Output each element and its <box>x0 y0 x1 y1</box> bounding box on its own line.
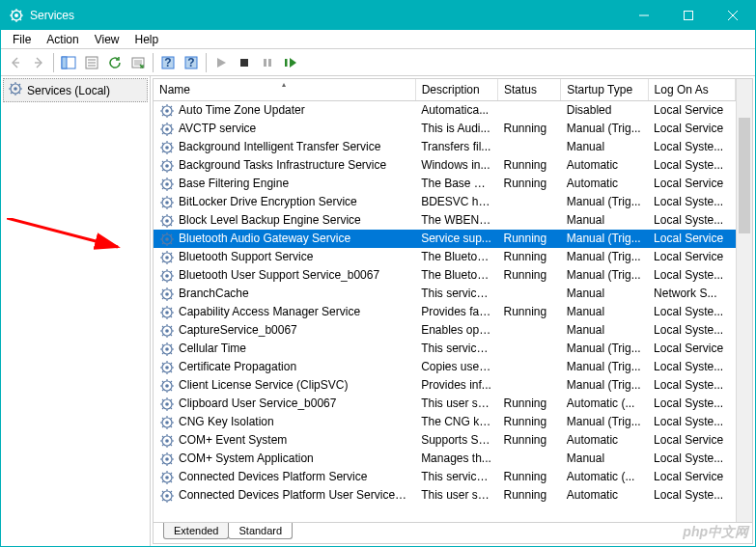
column-header-description[interactable]: Description <box>415 79 497 101</box>
tab-standard[interactable]: Standard <box>228 523 293 539</box>
stop-service-button[interactable] <box>234 52 255 73</box>
menu-file[interactable]: File <box>5 31 39 48</box>
svg-text:?: ? <box>164 56 171 69</box>
watermark: php中文网 <box>683 524 748 541</box>
minimize-button[interactable] <box>622 1 666 30</box>
column-header-startup[interactable]: Startup Type <box>561 79 648 101</box>
service-row[interactable]: Clipboard User Service_b0067This user se… <box>154 395 736 413</box>
tree-pane[interactable]: Services (Local) <box>1 76 151 546</box>
service-startup: Automatic <box>561 486 648 505</box>
svg-point-41 <box>165 256 169 260</box>
service-row[interactable]: BranchCacheThis service ...ManualNetwork… <box>154 285 736 303</box>
service-row[interactable]: CaptureService_b0067Enables opti...Manua… <box>154 321 736 340</box>
service-startup: Automatic <box>561 175 648 193</box>
service-row[interactable]: Base Filtering EngineThe Base Fil...Runn… <box>154 175 736 193</box>
gear-icon <box>159 177 175 192</box>
service-startup: Manual (Trig... <box>561 230 648 248</box>
service-logon: Local Syste... <box>648 413 735 431</box>
service-status <box>497 101 560 121</box>
column-header-status[interactable]: Status <box>497 79 560 101</box>
maximize-button[interactable] <box>666 1 711 30</box>
service-startup: Manual (Trig... <box>561 120 648 138</box>
gear-icon <box>159 305 175 320</box>
service-startup: Manual <box>561 285 648 303</box>
scrollbar-thumb[interactable] <box>739 118 750 233</box>
refresh-button[interactable] <box>104 52 126 73</box>
svg-text:?: ? <box>187 56 194 69</box>
service-row[interactable]: Cellular TimeThis service ...Manual (Tri… <box>154 340 736 358</box>
service-name: Bluetooth User Support Service_b0067 <box>179 268 379 282</box>
service-status <box>497 321 560 340</box>
service-row[interactable]: Background Tasks Infrastructure ServiceW… <box>154 156 736 175</box>
service-logon: Local Service <box>648 230 735 248</box>
svg-point-59 <box>165 421 169 424</box>
pause-service-button[interactable] <box>257 52 278 73</box>
service-logon: Local Syste... <box>648 376 735 395</box>
service-startup: Manual (Trig... <box>561 248 648 266</box>
svg-point-27 <box>165 127 169 131</box>
services-grid[interactable]: ▴Name Description Status Startup Type Lo… <box>154 79 736 522</box>
sort-asc-icon: ▴ <box>282 80 286 89</box>
service-row[interactable]: Block Level Backup Engine ServiceThe WBE… <box>154 211 736 230</box>
service-name: Block Level Backup Engine Service <box>179 213 361 227</box>
properties-button[interactable] <box>81 52 102 73</box>
tree-item-label: Services (Local) <box>27 84 110 97</box>
service-row[interactable]: Connected Devices Platform User Service_… <box>154 486 736 505</box>
service-row[interactable]: COM+ Event SystemSupports Sy...RunningAu… <box>154 431 736 450</box>
service-description: This user ser... <box>415 395 497 413</box>
service-row[interactable]: Certificate PropagationCopies user ...Ma… <box>154 358 736 376</box>
forward-button[interactable] <box>28 52 49 73</box>
show-hide-tree-button[interactable] <box>58 52 79 73</box>
svg-rect-8 <box>62 57 67 68</box>
svg-point-57 <box>165 402 169 406</box>
service-row[interactable]: Client License Service (ClipSVC)Provides… <box>154 376 736 395</box>
service-startup: Manual (Trig... <box>561 266 648 285</box>
service-row[interactable]: Connected Devices Platform ServiceThis s… <box>154 468 736 486</box>
back-button[interactable] <box>5 52 26 73</box>
service-startup: Manual (Trig... <box>561 358 648 376</box>
service-status: Running <box>497 395 560 413</box>
service-row[interactable]: Bluetooth Support ServiceThe Bluetoo...R… <box>154 248 736 266</box>
service-row[interactable]: Bluetooth User Support Service_b0067The … <box>154 266 736 285</box>
gear-icon <box>159 103 175 119</box>
service-row[interactable]: Bluetooth Audio Gateway ServiceService s… <box>154 230 736 248</box>
restart-service-button[interactable] <box>280 52 301 73</box>
service-row[interactable]: CNG Key IsolationThe CNG ke...RunningMan… <box>154 413 736 431</box>
service-logon: Local Service <box>648 248 735 266</box>
close-button[interactable] <box>711 1 755 30</box>
menu-action[interactable]: Action <box>39 31 86 48</box>
service-row[interactable]: AVCTP serviceThis is Audi...RunningManua… <box>154 120 736 138</box>
tree-item-services-local[interactable]: Services (Local) <box>3 78 148 102</box>
service-name: Clipboard User Service_b0067 <box>179 397 336 410</box>
toolbar: ? ? <box>1 49 755 76</box>
service-row[interactable]: Capability Access Manager ServiceProvide… <box>154 303 736 321</box>
service-logon: Network S... <box>648 285 735 303</box>
gear-icon <box>159 213 175 229</box>
gear-icon <box>159 250 175 265</box>
service-row[interactable]: BitLocker Drive Encryption ServiceBDESVC… <box>154 193 736 211</box>
tab-extended[interactable]: Extended <box>163 523 229 539</box>
service-name: Auto Time Zone Updater <box>179 103 305 117</box>
service-description: This is Audi... <box>415 120 497 138</box>
titlebar[interactable]: Services <box>1 1 755 30</box>
service-row[interactable]: Background Intelligent Transfer ServiceT… <box>154 138 736 156</box>
service-status: Running <box>497 431 560 450</box>
help-button[interactable]: ? <box>157 52 179 73</box>
service-name: CaptureService_b0067 <box>179 323 297 337</box>
menu-help[interactable]: Help <box>127 31 167 48</box>
menu-view[interactable]: View <box>87 31 127 48</box>
service-name: Certificate Propagation <box>179 360 296 373</box>
vertical-scrollbar[interactable] <box>736 79 752 522</box>
column-header-logon[interactable]: Log On As <box>648 79 735 101</box>
service-logon: Local Service <box>648 431 735 450</box>
column-header-name[interactable]: ▴Name <box>154 79 415 101</box>
svg-point-67 <box>165 494 169 498</box>
gear-icon <box>159 158 175 174</box>
help-button-2[interactable]: ? <box>181 52 202 73</box>
svg-point-43 <box>165 274 169 278</box>
service-row[interactable]: COM+ System ApplicationManages th...Manu… <box>154 450 736 468</box>
start-service-button[interactable] <box>210 52 232 73</box>
service-row[interactable]: Auto Time Zone UpdaterAutomatica...Disab… <box>154 101 736 121</box>
service-logon: Local Syste... <box>648 211 735 230</box>
export-list-button[interactable] <box>127 52 149 73</box>
